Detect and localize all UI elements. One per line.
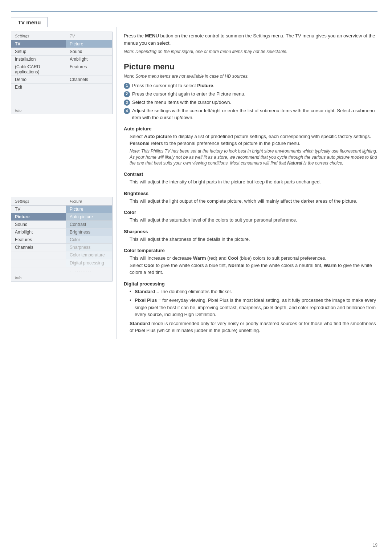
menu2-left-sound[interactable]: Sound	[11, 221, 66, 228]
auto-picture-p1: Select Auto picture to display a list of…	[130, 133, 377, 140]
menu1-left-install[interactable]: Installation	[11, 56, 66, 63]
menu1-left-e2	[11, 99, 66, 107]
menu1-right-picture[interactable]: Picture	[66, 40, 112, 48]
digital-extra: Standard mode is recommended only for ve…	[130, 320, 377, 334]
top-rule	[11, 11, 377, 12]
menu1-header: Settings TV	[11, 32, 112, 40]
bullet-dot-1: •	[130, 288, 131, 295]
subsection-brightness: Brightness This will adjust the light ou…	[124, 191, 377, 205]
menu2-right-picture[interactable]: Picture	[66, 206, 112, 213]
menu2-row-channels: Channels Sharpness	[11, 244, 112, 251]
bullet-dot-2: •	[130, 297, 131, 304]
menu1-row-demo: Demo Channels	[11, 76, 112, 84]
step-1: 1 Press the cursor right to select Pictu…	[124, 82, 377, 89]
color-temp-p1: This will increase or decrease Warm (red…	[130, 255, 377, 262]
color-text: This will adjust the saturation level of…	[130, 216, 377, 224]
picture-menu-note: Note: Some menu items are not available …	[124, 74, 377, 79]
step-1-text: Press the cursor right to select Picture…	[132, 82, 215, 89]
menu1-left-tv[interactable]: TV	[11, 40, 66, 48]
menu1-left-demo[interactable]: Demo	[11, 76, 66, 84]
menu-box-1: Settings TV TV Picture Setup Sound Insta…	[11, 32, 113, 114]
subsection-color: Color This will adjust the saturation le…	[124, 210, 377, 224]
subsection-auto-picture: Auto picture Select Auto picture to disp…	[124, 126, 377, 166]
step-3-text: Select the menu items with the cursor up…	[132, 99, 231, 106]
menu2-row-colortemp: Color temperature	[11, 251, 112, 259]
menu2-row-picture: Picture Auto picture	[11, 213, 112, 221]
step-2-num: 2	[124, 91, 130, 97]
steps-list: 1 Press the cursor right to select Pictu…	[124, 82, 377, 121]
menu2-right-autopicture[interactable]: Auto picture	[66, 213, 112, 221]
step-1-num: 1	[124, 83, 130, 89]
tv-menu-section: TV menu	[11, 17, 377, 27]
subsection-contrast: Contrast This will adjust the intensity …	[124, 171, 377, 186]
menu1-right-sound[interactable]: Sound	[66, 48, 112, 56]
menu2-left-channels[interactable]: Channels	[11, 244, 66, 251]
menu1-row-empty2	[11, 99, 112, 107]
subsection-sharpness: Sharpness This will adjust the sharpness…	[124, 229, 377, 243]
page-container: TV menu Settings TV TV Picture Setup Sou…	[0, 0, 392, 555]
menu2-right-brightness[interactable]: Brightness	[66, 228, 112, 236]
left-spacer	[11, 120, 113, 193]
menu2-right-digital[interactable]: Digital processing	[66, 259, 112, 267]
menu1-col1-header: Settings	[11, 33, 66, 39]
menu2-row-ambilight: Ambilight Brightness	[11, 228, 112, 236]
menu2-row-tv: TV Picture	[11, 206, 112, 213]
menu2-left-empty3	[11, 267, 66, 275]
menu2-right-sharpness[interactable]: Sharpness	[66, 244, 112, 251]
menu1-right-e1	[66, 91, 112, 99]
brightness-text: This will adjust the light output of the…	[130, 198, 377, 205]
menu1-right-e2	[66, 99, 112, 107]
brightness-title: Brightness	[124, 191, 377, 196]
auto-picture-title: Auto picture	[124, 126, 377, 131]
contrast-title: Contrast	[124, 171, 377, 177]
left-panel: Settings TV TV Picture Setup Sound Insta…	[11, 27, 116, 339]
menu1-row-install: Installation Ambilight	[11, 56, 112, 63]
menu1-right-features[interactable]: Features	[66, 63, 112, 76]
menu2-left-empty1	[11, 251, 66, 259]
menu1-right-ambilight[interactable]: Ambilight	[66, 56, 112, 63]
menu2-row-dots: ............	[11, 267, 112, 275]
subsection-color-temperature: Color temperature This will increase or …	[124, 248, 377, 276]
menu2-left-features[interactable]: Features	[11, 236, 66, 244]
menu2-left-ambilight[interactable]: Ambilight	[11, 228, 66, 236]
step-4: 4 Adjust the settings with the cursor le…	[124, 108, 377, 121]
menu1-row-cable: (CableCARD applications) Features	[11, 63, 112, 76]
menu1-info: Info	[11, 107, 112, 114]
menu2-left-tv[interactable]: TV	[11, 206, 66, 213]
auto-picture-note: Note: This Philips TV has been set at th…	[130, 148, 377, 166]
menu1-left-exit[interactable]: Exit	[11, 84, 66, 91]
contrast-text: This will adjust the intensity of bright…	[130, 178, 377, 186]
menu2-right-color[interactable]: Color	[66, 236, 112, 244]
tv-menu-note: Note: Depending on the input signal, one…	[124, 49, 377, 55]
menu2-right-contrast[interactable]: Contrast	[66, 221, 112, 228]
menu2-row-sound: Sound Contrast	[11, 221, 112, 228]
menu2-col1-header: Settings	[11, 198, 66, 204]
menu1-left-cable[interactable]: (CableCARD applications)	[11, 63, 66, 76]
subsection-digital-processing: Digital processing • Standard = line dou…	[124, 281, 377, 334]
menu2-row-digital: Digital processing	[11, 259, 112, 267]
step-4-num: 4	[124, 108, 130, 114]
menu-box-2: Settings Picture TV Picture Picture Auto…	[11, 197, 113, 281]
digital-bullet-pixelplus: • Pixel Plus = for everyday viewing. Pix…	[130, 297, 377, 318]
menu1-left-setup[interactable]: Setup	[11, 48, 66, 56]
tv-menu-tab: TV menu	[11, 17, 48, 27]
menu2-right-colortemp[interactable]: Color temperature	[66, 251, 112, 259]
step-2: 2 Press the cursor right again to enter …	[124, 91, 377, 97]
menu2-left-picture[interactable]: Picture	[11, 213, 66, 221]
menu1-row-exit: Exit	[11, 84, 112, 91]
menu1-col2-header: TV	[66, 33, 112, 39]
menu2-header: Settings Picture	[11, 197, 112, 206]
digital-title: Digital processing	[124, 281, 377, 287]
color-title: Color	[124, 210, 377, 215]
menu1-row-setup: Setup Sound	[11, 48, 112, 56]
sharpness-text: This will adjust the sharpness of fine d…	[130, 236, 377, 243]
step-3: 3 Select the menu items with the cursor …	[124, 99, 377, 106]
step-3-num: 3	[124, 100, 130, 106]
picture-menu-heading: Picture menu	[124, 62, 377, 72]
digital-bullet-standard: • Standard = line doubling eliminates th…	[130, 288, 377, 295]
menu2-info: Info	[11, 275, 112, 281]
menu1-row-empty1	[11, 91, 112, 99]
main-layout: Settings TV TV Picture Setup Sound Insta…	[11, 27, 377, 339]
digital-bullets: • Standard = line doubling eliminates th…	[130, 288, 377, 318]
menu1-right-channels[interactable]: Channels	[66, 76, 112, 84]
